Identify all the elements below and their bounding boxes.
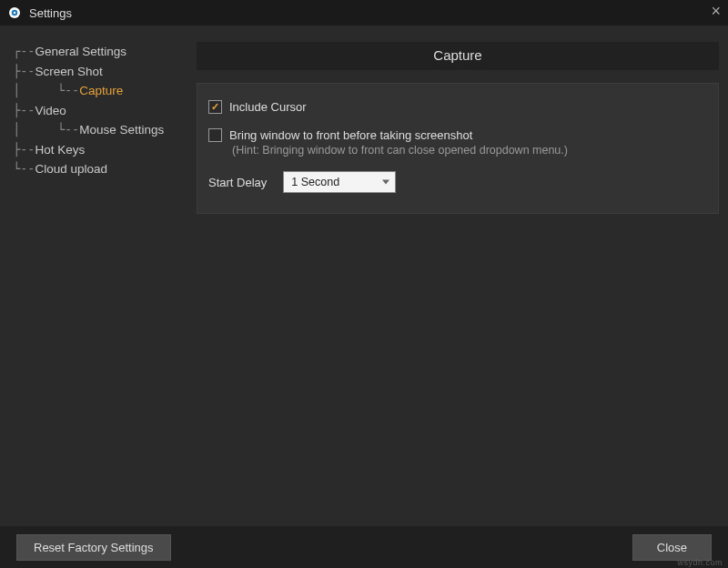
tree-label: Capture bbox=[79, 81, 123, 101]
tree-item-mouse-settings[interactable]: │ └-- Mouse Settings bbox=[13, 120, 195, 140]
start-delay-row: Start Delay 1 Second bbox=[208, 171, 707, 193]
tree-label: Mouse Settings bbox=[79, 120, 164, 140]
tree-branch-icon: │ └-- bbox=[13, 120, 79, 140]
close-icon[interactable]: × bbox=[711, 3, 721, 19]
reset-factory-settings-button[interactable]: Reset Factory Settings bbox=[16, 534, 171, 561]
window-title: Settings bbox=[29, 6, 72, 20]
include-cursor-row: Include Cursor bbox=[208, 100, 707, 114]
section-title: Capture bbox=[197, 42, 719, 70]
chevron-down-icon bbox=[382, 180, 389, 185]
tree-label: General Settings bbox=[35, 42, 126, 62]
bring-window-front-label: Bring window to front before taking scre… bbox=[229, 128, 472, 142]
include-cursor-label: Include Cursor bbox=[229, 100, 307, 114]
app-icon bbox=[7, 5, 22, 20]
capture-options-panel: Include Cursor Bring window to front bef… bbox=[197, 83, 719, 214]
start-delay-label: Start Delay bbox=[208, 176, 267, 189]
tree-branch-icon: ├-- bbox=[13, 62, 35, 82]
tree-item-capture[interactable]: │ └-- Capture bbox=[13, 81, 195, 101]
tree-label: Screen Shot bbox=[35, 62, 102, 82]
start-delay-select[interactable]: 1 Second bbox=[283, 171, 396, 193]
include-cursor-checkbox[interactable] bbox=[208, 100, 222, 114]
start-delay-value: 1 Second bbox=[291, 176, 339, 188]
tree-label: Hot Keys bbox=[35, 140, 85, 160]
footer-bar: Reset Factory Settings Close bbox=[0, 526, 728, 568]
bring-window-front-row: Bring window to front before taking scre… bbox=[208, 128, 707, 142]
tree-item-video[interactable]: ├-- Video bbox=[13, 101, 195, 121]
content-panel: Capture Include Cursor Bring window to f… bbox=[195, 25, 728, 504]
tree-branch-icon: │ └-- bbox=[13, 81, 79, 101]
svg-point-2 bbox=[14, 12, 15, 14]
watermark-text: wsydn.com bbox=[677, 558, 723, 567]
tree-branch-icon: ├-- bbox=[13, 140, 35, 160]
tree-label: Video bbox=[35, 101, 66, 121]
tree-branch-icon: ├-- bbox=[13, 101, 35, 121]
tree-branch-icon: └-- bbox=[13, 159, 35, 179]
tree-item-hot-keys[interactable]: ├-- Hot Keys bbox=[13, 140, 195, 160]
main-area: ┌-- General Settings ├-- Screen Shot │ └… bbox=[0, 25, 728, 504]
bring-window-front-hint: (Hint: Bringing window to front can clos… bbox=[232, 144, 707, 157]
close-button[interactable]: Close bbox=[632, 534, 712, 561]
tree-branch-icon: ┌-- bbox=[13, 42, 35, 62]
tree-label: Cloud upload bbox=[35, 159, 107, 179]
tree-item-screen-shot[interactable]: ├-- Screen Shot bbox=[13, 62, 195, 82]
titlebar: Settings × bbox=[0, 0, 728, 25]
tree-item-general-settings[interactable]: ┌-- General Settings bbox=[13, 42, 195, 62]
tree-item-cloud-upload[interactable]: └-- Cloud upload bbox=[13, 159, 195, 179]
bring-window-front-checkbox[interactable] bbox=[208, 128, 222, 142]
settings-tree: ┌-- General Settings ├-- Screen Shot │ └… bbox=[0, 25, 195, 504]
